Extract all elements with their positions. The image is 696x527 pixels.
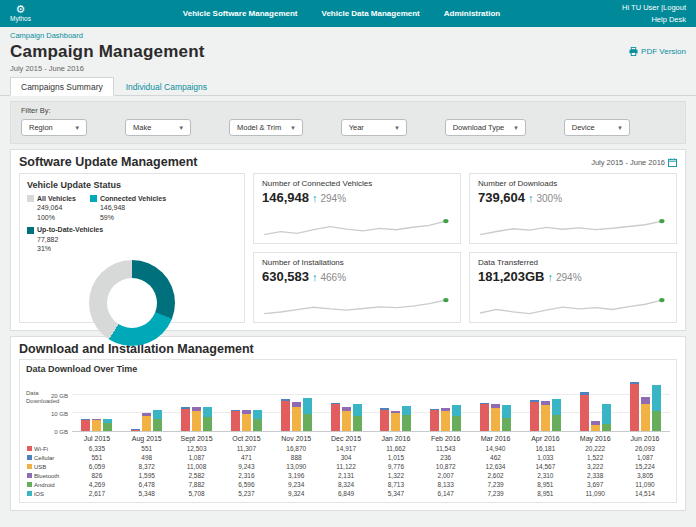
stacked-bar[interactable] — [292, 402, 301, 431]
stacked-bar[interactable] — [331, 403, 340, 431]
stacked-bar[interactable] — [92, 419, 101, 431]
filter-dropdown-model-trim[interactable]: Model & Trim▾ — [229, 119, 303, 136]
stacked-bar[interactable] — [281, 399, 290, 431]
stacked-bar[interactable] — [530, 400, 539, 431]
chevron-down-icon: ▾ — [75, 124, 79, 132]
stacked-bar[interactable] — [81, 419, 90, 431]
mythos-brand[interactable]: ⚙ Mythos — [10, 4, 31, 23]
stacked-bar[interactable] — [380, 408, 389, 431]
stacked-bar[interactable] — [552, 399, 561, 431]
bar-segment-ios — [253, 410, 262, 419]
legend-value: 249,064 — [27, 203, 76, 212]
bar-segment-usb — [242, 414, 251, 431]
kpi-sparkline — [262, 295, 452, 317]
filter-dropdown-make[interactable]: Make▾ — [125, 119, 191, 136]
stacked-bar[interactable] — [203, 407, 212, 431]
stacked-bar[interactable] — [192, 407, 201, 431]
nav-item-administration[interactable]: Administration — [444, 9, 500, 18]
page-title: Campaign Management — [10, 42, 205, 62]
stacked-bar[interactable] — [181, 407, 190, 432]
table-value: 5,237 — [221, 489, 271, 498]
software-update-date-range[interactable]: July 2015 - June 2016 — [591, 158, 677, 167]
table-row-usb: USB6,0598,37211,0089,24313,09011,1229,77… — [26, 462, 670, 471]
table-value: 6,849 — [321, 489, 371, 498]
stacked-bar[interactable] — [630, 382, 639, 431]
bar-segment-usb — [491, 408, 500, 431]
bar-segment-android — [552, 415, 561, 431]
stacked-bar[interactable] — [541, 401, 550, 431]
stacked-bar[interactable] — [580, 392, 589, 431]
table-row-android: Android4,2696,4787,8826,5969,2348,3248,7… — [26, 480, 670, 489]
table-value: 6,596 — [221, 480, 271, 489]
y-axis-label: Data Downloaded — [26, 390, 52, 405]
nav-item-vehicle-software-management[interactable]: Vehicle Software Management — [183, 9, 298, 18]
table-value: 304 — [321, 453, 371, 462]
stacked-bar[interactable] — [231, 410, 240, 431]
filter-dropdown-download-type[interactable]: Download Type▾ — [445, 119, 526, 136]
bar-segment-android — [153, 419, 162, 431]
stacked-bar[interactable] — [430, 409, 439, 431]
stacked-bar[interactable] — [491, 404, 500, 431]
up-arrow-icon: ↑ — [548, 271, 554, 283]
bar-group-feb-2016 — [421, 405, 471, 431]
stacked-bar[interactable] — [253, 410, 262, 431]
month-label: Jun 2016 — [620, 434, 670, 444]
bar-segment-wi-fi — [480, 404, 489, 431]
stacked-bar[interactable] — [602, 404, 611, 431]
legend-label: Up-to-Date-Vehicles — [37, 225, 103, 234]
stacked-bar[interactable] — [391, 411, 400, 431]
stacked-bar[interactable] — [402, 406, 411, 431]
bar-segment-ios — [153, 410, 162, 420]
table-value: 5,348 — [122, 489, 172, 498]
tab-campaigns-summary[interactable]: Campaigns Summary — [10, 77, 114, 96]
bar-segment-ios — [303, 398, 312, 415]
table-value: 6,478 — [122, 480, 172, 489]
stacked-bar[interactable] — [502, 405, 511, 431]
series-color-chip — [27, 464, 32, 469]
bar-segment-android — [602, 424, 611, 431]
month-label: Jul 2015 — [72, 434, 122, 444]
stacked-bar[interactable] — [153, 410, 162, 431]
stacked-bar[interactable] — [480, 403, 489, 431]
stacked-bar[interactable] — [641, 397, 650, 431]
bar-group-mar-2016 — [471, 403, 521, 431]
stacked-bar[interactable] — [652, 385, 661, 431]
stacked-bar[interactable] — [242, 410, 251, 431]
bar-group-may-2016 — [570, 392, 620, 431]
nav-item-vehicle-data-management[interactable]: Vehicle Data Management — [322, 9, 420, 18]
filter-dropdown-device[interactable]: Device▾ — [564, 119, 630, 136]
series-label-cell: USB — [26, 462, 72, 471]
stacked-bar[interactable] — [303, 398, 312, 431]
breadcrumb-link-campaign-dashboard[interactable]: Campaign Dashboard — [10, 31, 83, 40]
logout-link[interactable]: |Logout — [661, 3, 686, 12]
stacked-bar[interactable] — [441, 408, 450, 431]
bar-chart-plot-area — [72, 378, 670, 432]
kpi-sparkline — [478, 295, 668, 317]
stacked-bar[interactable] — [342, 407, 351, 431]
filter-dropdown-region[interactable]: Region▾ — [21, 119, 87, 136]
legend-color-chip — [27, 227, 34, 234]
stacked-bar[interactable] — [353, 404, 362, 431]
bar-segment-wi-fi — [81, 420, 90, 431]
bar-segment-wi-fi — [281, 401, 290, 431]
stacked-bar[interactable] — [452, 405, 461, 431]
stacked-bar[interactable] — [142, 413, 151, 431]
table-value: 1,595 — [122, 471, 172, 480]
table-value: 10,872 — [421, 462, 471, 471]
series-color-chip — [27, 455, 32, 460]
bar-segment-ios — [452, 405, 461, 416]
bar-segment-usb — [541, 405, 550, 431]
stacked-bar[interactable] — [591, 421, 600, 431]
pdf-version-link[interactable]: PDF Version — [629, 47, 686, 56]
help-desk-link[interactable]: Help Desk — [651, 15, 686, 24]
tab-individual-campaigns[interactable]: Individual Campaigns — [116, 78, 217, 95]
table-value: 8,372 — [122, 462, 172, 471]
bar-segment-android — [652, 411, 661, 431]
date-range-text: July 2015 - June 2016 — [591, 158, 665, 167]
page-date-range: July 2015 - June 2016 — [10, 64, 205, 73]
filter-dropdown-year[interactable]: Year▾ — [341, 119, 407, 136]
kpi-grid: Number of Connected Vehicles146,948↑294%… — [253, 173, 677, 323]
vehicle-update-status-panel: Vehicle Update Status All Vehicles249,06… — [19, 173, 245, 323]
stacked-bar[interactable] — [103, 419, 112, 431]
stacked-bar[interactable] — [131, 429, 140, 431]
